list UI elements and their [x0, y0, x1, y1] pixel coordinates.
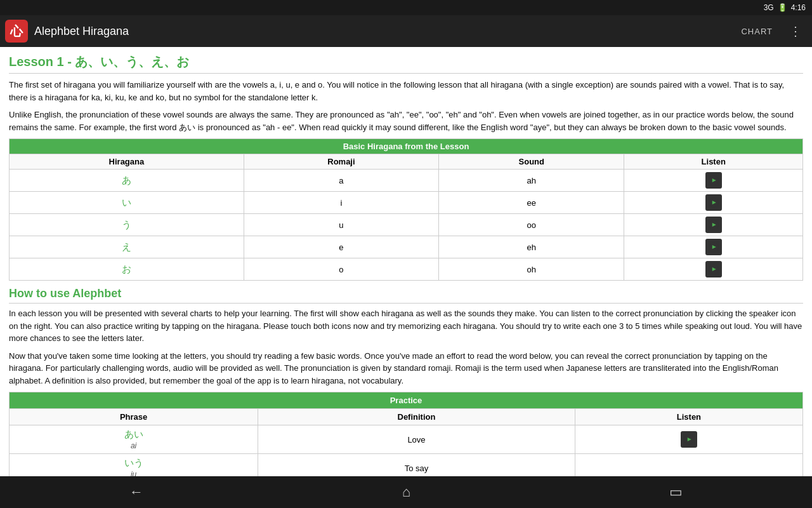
- main-content: Lesson 1 - あ、い、う、え、お The first set of hi…: [0, 47, 812, 476]
- back-button[interactable]: ←: [129, 484, 143, 500]
- lesson-paragraph-1: The first set of hiragana you will famil…: [9, 79, 803, 104]
- romaji-cell: i: [244, 192, 438, 214]
- hiragana-char[interactable]: あ: [122, 175, 131, 185]
- practice-title: Practice: [10, 392, 803, 409]
- table-row: お o oh: [10, 258, 803, 281]
- col-listen: Listen: [624, 154, 803, 170]
- table-title: Basic Hiragana from the Lesson: [10, 139, 803, 154]
- sound-cell: ah: [439, 170, 624, 192]
- col-sound: Sound: [439, 154, 624, 170]
- sound-cell: oh: [439, 258, 624, 281]
- practice-definition: To say: [258, 454, 575, 477]
- practice-title-row: Practice: [10, 392, 803, 409]
- practice-hiragana[interactable]: あい: [15, 429, 252, 441]
- practice-col-listen: Listen: [575, 409, 802, 425]
- listen-button[interactable]: [705, 261, 722, 277]
- status-bar: 3G 🔋 4:16: [0, 0, 812, 15]
- practice-hiragana[interactable]: いう: [15, 457, 252, 469]
- sound-cell: ee: [439, 192, 624, 214]
- table-row: う u oo: [10, 214, 803, 236]
- how-to-use-paragraph-1: In each lesson you will be presented wit…: [9, 307, 803, 345]
- romaji-cell: o: [244, 258, 438, 281]
- listen-button[interactable]: [681, 431, 697, 448]
- bottom-nav: ← ⌂ ▭: [0, 476, 812, 508]
- table-title-row: Basic Hiragana from the Lesson: [10, 139, 803, 154]
- top-bar: 心 Alephbet Hiragana CHART ⋮: [0, 15, 812, 47]
- romaji-cell: a: [244, 170, 438, 192]
- lesson-title: Lesson 1 - あ、い、う、え、お: [9, 53, 803, 74]
- romaji-cell: e: [244, 236, 438, 258]
- practice-table: Practice Phrase Definition Listen あい ai …: [9, 392, 803, 476]
- practice-col-headers: Phrase Definition Listen: [10, 409, 803, 425]
- hiragana-char[interactable]: え: [122, 241, 131, 252]
- col-hiragana: Hiragana: [10, 154, 244, 170]
- hiragana-char[interactable]: う: [122, 219, 131, 230]
- sound-cell: eh: [439, 236, 624, 258]
- table-col-headers: Hiragana Romaji Sound Listen: [10, 154, 803, 170]
- sound-cell: oo: [439, 214, 624, 236]
- table-row: あ a ah: [10, 170, 803, 192]
- recents-button[interactable]: ▭: [669, 484, 683, 500]
- hiragana-table: Basic Hiragana from the Lesson Hiragana …: [9, 138, 803, 281]
- menu-icon[interactable]: ⋮: [784, 21, 807, 41]
- how-to-use-paragraph-2: Now that you've taken some time looking …: [9, 350, 803, 387]
- practice-col-phrase: Phrase: [10, 409, 258, 425]
- listen-button[interactable]: [705, 217, 722, 233]
- practice-definition: Love: [258, 425, 575, 454]
- practice-romaji: ai: [131, 441, 136, 450]
- romaji-cell: u: [244, 214, 438, 236]
- battery-icon: 🔋: [778, 3, 787, 12]
- time-display: 4:16: [791, 3, 806, 12]
- hiragana-char[interactable]: お: [122, 264, 131, 274]
- app-logo[interactable]: 心: [5, 20, 28, 43]
- practice-col-definition: Definition: [258, 409, 575, 425]
- col-romaji: Romaji: [244, 154, 438, 170]
- home-button[interactable]: ⌂: [402, 484, 410, 500]
- how-to-use-title: How to use Alephbet: [9, 287, 803, 304]
- table-row: い i ee: [10, 192, 803, 214]
- practice-romaji: iu: [131, 470, 136, 476]
- hiragana-char[interactable]: い: [122, 197, 131, 208]
- practice-row: あい ai Love: [10, 425, 803, 454]
- listen-button[interactable]: [705, 194, 722, 211]
- table-row: え e eh: [10, 236, 803, 258]
- app-title: Alephbet Hiragana: [34, 25, 730, 38]
- listen-button[interactable]: [705, 172, 722, 189]
- lesson-paragraph-2: Unlike English, the pronunciation of the…: [9, 109, 803, 133]
- practice-row: いう iu To say: [10, 454, 803, 477]
- chart-button[interactable]: CHART: [736, 24, 778, 39]
- listen-button[interactable]: [705, 239, 722, 255]
- signal-indicator: 3G: [764, 3, 774, 12]
